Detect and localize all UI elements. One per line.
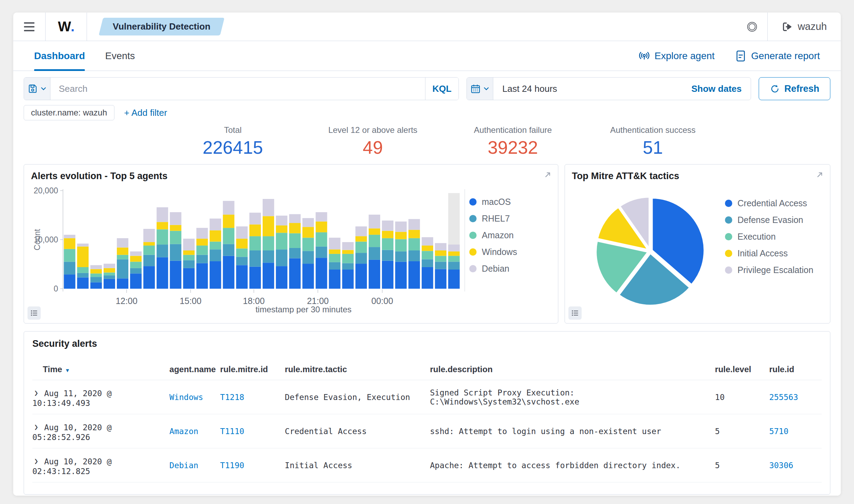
bar-segment[interactable] — [316, 247, 327, 258]
bar-segment[interactable] — [170, 225, 181, 231]
bar-segment[interactable] — [289, 214, 301, 223]
bar-segment[interactable] — [316, 258, 327, 289]
bar-segment[interactable] — [329, 249, 341, 254]
bar-segment[interactable] — [435, 256, 446, 262]
add-filter-button[interactable]: + Add filter — [124, 107, 167, 118]
bar-segment[interactable] — [448, 262, 460, 270]
stat-value[interactable]: 226415 — [163, 137, 303, 158]
legend-item-credential-access[interactable]: Credential Access — [725, 198, 813, 208]
bar-segment[interactable] — [408, 230, 420, 238]
bar-segment[interactable] — [210, 218, 221, 230]
agent-link[interactable]: Debian — [169, 461, 198, 470]
legend-item-defense-evasion[interactable]: Defense Evasion — [725, 215, 813, 225]
col-header-agent[interactable]: agent.name — [169, 358, 220, 380]
date-quick-menu-button[interactable] — [467, 78, 493, 100]
bar-segment[interactable] — [448, 251, 460, 256]
bar-segment[interactable] — [395, 222, 407, 232]
bar-segment[interactable] — [263, 263, 274, 289]
bar-segment[interactable] — [369, 215, 380, 228]
bar-segment[interactable] — [64, 235, 75, 238]
bar-segment[interactable] — [130, 256, 142, 262]
stat-value[interactable]: 49 — [303, 137, 443, 158]
col-header-time[interactable]: Time▼ — [32, 358, 169, 380]
bar-segment[interactable] — [382, 250, 393, 261]
bar-segment[interactable] — [130, 262, 142, 268]
bar-segment[interactable] — [369, 247, 380, 260]
bar-segment[interactable] — [448, 256, 460, 262]
bar-segment[interactable] — [263, 250, 274, 263]
bar-segment[interactable] — [130, 251, 142, 256]
bar-segment[interactable] — [223, 244, 234, 256]
bar-segment[interactable] — [435, 243, 446, 250]
bar-segment[interactable] — [382, 261, 393, 289]
bar-segment[interactable] — [382, 231, 393, 238]
agent-link[interactable]: Amazon — [169, 427, 198, 436]
bar-segment[interactable] — [276, 266, 287, 289]
bar-segment[interactable] — [210, 261, 221, 289]
bar-segment[interactable] — [302, 264, 314, 289]
bar-segment[interactable] — [342, 270, 354, 289]
bar-segment[interactable] — [236, 265, 248, 289]
bar-segment[interactable] — [289, 248, 301, 258]
bar-segment[interactable] — [249, 250, 261, 267]
show-dates-button[interactable]: Show dates — [683, 83, 751, 94]
bar-segment[interactable] — [77, 267, 89, 273]
bar-segment[interactable] — [395, 251, 407, 262]
bar-segment[interactable] — [210, 249, 221, 261]
expand-row-icon[interactable]: › — [34, 419, 38, 434]
bar-segment[interactable] — [263, 216, 274, 236]
bar-segment[interactable] — [77, 243, 89, 246]
bar-segment[interactable] — [289, 223, 301, 233]
explore-agent-button[interactable]: Explore agent — [638, 41, 715, 71]
col-header-description[interactable]: rule.description — [430, 358, 715, 380]
bar-segment[interactable] — [197, 263, 208, 289]
rule-id-link[interactable]: 5710 — [769, 427, 788, 436]
tab-dashboard[interactable]: Dashboard — [34, 41, 85, 71]
bar-segment[interactable] — [64, 249, 75, 262]
bar-segment[interactable] — [183, 255, 194, 261]
bar-segment[interactable] — [183, 268, 194, 289]
bar-segment[interactable] — [104, 275, 115, 279]
bar-segment[interactable] — [90, 265, 102, 269]
tab-events[interactable]: Events — [105, 41, 135, 71]
logout-button[interactable]: wazuh — [768, 13, 841, 41]
bar-segment[interactable] — [302, 227, 314, 238]
bar-segment[interactable] — [276, 249, 287, 266]
rule-id-link[interactable]: 30306 — [769, 461, 793, 470]
bar-segment[interactable] — [183, 250, 194, 255]
app-status-button[interactable] — [737, 13, 767, 41]
module-tag[interactable]: Vulnerability Detection — [101, 18, 222, 35]
bar-segment[interactable] — [249, 236, 261, 250]
bar-segment[interactable] — [342, 254, 354, 263]
bar-segment[interactable] — [77, 273, 89, 278]
legend-item-windows[interactable]: Windows — [469, 247, 517, 257]
bar-segment[interactable] — [329, 270, 341, 289]
legend-item-macos[interactable]: macOS — [469, 197, 517, 207]
bar-segment[interactable] — [104, 279, 115, 289]
bar-segment[interactable] — [249, 267, 261, 289]
bar-segment[interactable] — [435, 269, 446, 289]
col-header-level[interactable]: rule.level — [715, 358, 769, 380]
stat-value[interactable]: 51 — [583, 137, 723, 158]
bar-segment[interactable] — [448, 245, 460, 251]
bar-segment[interactable] — [382, 221, 393, 231]
bar-segment[interactable] — [422, 246, 433, 251]
bar-segment[interactable] — [117, 248, 128, 255]
bar-segment[interactable] — [170, 231, 181, 244]
bar-segment[interactable] — [422, 251, 433, 259]
rule-id-link[interactable]: 255563 — [769, 393, 798, 402]
date-range-value[interactable]: Last 24 hours — [493, 83, 683, 94]
refresh-button[interactable]: Refresh — [759, 77, 830, 100]
bar-segment[interactable] — [197, 246, 208, 255]
bar-segment[interactable] — [342, 250, 354, 254]
bar-segment[interactable] — [302, 251, 314, 264]
legend-item-debian[interactable]: Debian — [469, 264, 517, 274]
bar-segment[interactable] — [130, 268, 142, 274]
bar-segment[interactable] — [316, 232, 327, 247]
bar-segment[interactable] — [263, 199, 274, 216]
legend-item-initial-access[interactable]: Initial Access — [725, 248, 813, 258]
generate-report-button[interactable]: Generate report — [735, 41, 820, 71]
col-header-mitre-id[interactable]: rule.mitre.id — [220, 358, 285, 380]
bar-segment[interactable] — [170, 244, 181, 261]
inspect-chart-button[interactable] — [568, 306, 582, 320]
